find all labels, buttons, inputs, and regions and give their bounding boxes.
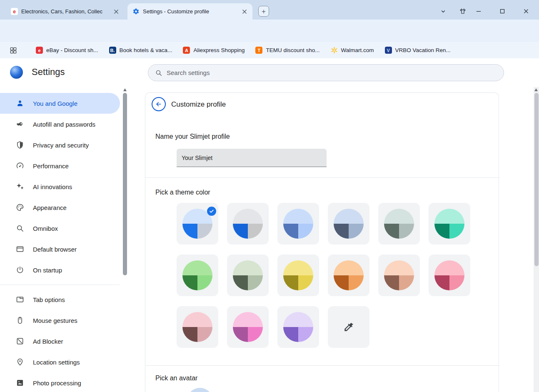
sidebar-item-mouse-gestures[interactable]: Mouse gestures [0, 310, 120, 331]
sidebar-item-ad-blocker[interactable]: Ad Blocker [0, 331, 120, 352]
page-scrollbar[interactable] [534, 87, 539, 392]
browser-window: e Electronics, Cars, Fashion, Collec Set… [0, 0, 539, 392]
bookmark-label: VRBO Vacation Ren... [395, 47, 451, 53]
new-tab-button[interactable]: + [258, 6, 269, 17]
theme-color-option-14[interactable] [227, 306, 269, 348]
sidebar-item-tab-options[interactable]: Tab options [0, 289, 120, 310]
tab-close-icon[interactable] [112, 8, 120, 15]
sidebar-item-label: Ad Blocker [33, 338, 63, 345]
bookmark-walmart-com[interactable]: Walmart.com [331, 47, 374, 54]
settings-search-box[interactable] [148, 64, 504, 81]
theme-color-option-3[interactable] [277, 203, 319, 245]
sidebar-item-label: Appearance [33, 204, 67, 211]
avatar-option[interactable] [187, 388, 213, 392]
key-icon [16, 120, 24, 128]
sidebar-scrollbar-thumb[interactable] [123, 93, 127, 275]
section-divider [145, 365, 499, 366]
aliexpress-icon: A [183, 47, 190, 54]
theme-color-option-2[interactable] [227, 203, 269, 245]
theme-color-swatch [283, 260, 313, 290]
ebay-icon: e [36, 47, 43, 54]
theme-color-option-9[interactable] [277, 255, 319, 296]
sidebar-item-performance[interactable]: Performance [0, 155, 120, 176]
theme-color-swatch [233, 312, 263, 342]
sidebar-item-label: Photo processing [33, 380, 81, 387]
sidebar-item-label: AI innovations [33, 183, 72, 190]
sidebar-item-default-browser[interactable]: Default browser [0, 239, 120, 260]
browser-icon [16, 245, 24, 253]
sidebar-item-omnibox[interactable]: Omnibox [0, 218, 120, 239]
person-icon [16, 99, 24, 107]
theme-color-option-15[interactable] [277, 306, 319, 348]
search-icon [16, 224, 24, 232]
minimize-button[interactable] [473, 6, 484, 17]
search-icon [155, 69, 162, 77]
bookmark-label: eBay - Discount sh... [46, 47, 98, 53]
sidebar-item-on-startup[interactable]: On startup [0, 260, 120, 280]
tab-search-chevron-icon[interactable] [438, 6, 449, 17]
scroll-up-arrow-icon[interactable] [123, 88, 127, 91]
profile-name-input[interactable] [177, 149, 327, 167]
mouse-icon [16, 316, 24, 325]
theme-color-label: Pick a theme color [155, 189, 210, 196]
sidebar-item-autofill-and-passwords[interactable]: Autofill and passwords [0, 114, 120, 135]
theme-color-option-11[interactable] [378, 255, 420, 296]
sidebar-item-location-settings[interactable]: Location settings [0, 352, 120, 372]
page-scrollbar-thumb[interactable] [534, 93, 539, 266]
skin-shirt-icon[interactable] [457, 6, 468, 17]
search-settings-input[interactable] [167, 69, 497, 76]
theme-color-option-7[interactable] [177, 255, 218, 296]
theme-color-swatch [384, 260, 414, 290]
bookmark-label: Book hotels & vaca... [120, 47, 172, 53]
card-title: Customize profile [171, 100, 226, 109]
back-circle-button[interactable] [152, 97, 166, 111]
scroll-up-arrow-icon[interactable] [534, 88, 538, 91]
power-icon [16, 266, 24, 274]
close-button[interactable] [521, 6, 532, 17]
sidebar-scrollbar[interactable] [123, 87, 127, 392]
theme-color-swatch [182, 312, 212, 342]
browser-toolbar: Slimjet slimjet://settings/manageProfile… [0, 20, 539, 42]
bookmark-vrbo-vacation-ren[interactable]: VVRBO Vacation Ren... [385, 47, 451, 54]
profile-name-label: Name your Slimjet profile [155, 133, 230, 140]
tab-title: Electronics, Cars, Fashion, Collec [21, 8, 109, 15]
bookmark-ebay-discount-sh[interactable]: eeBay - Discount sh... [36, 47, 98, 54]
bookmark-label: TEMU discount sho... [266, 47, 319, 53]
sidebar-item-label: Performance [33, 162, 69, 170]
theme-color-option-12[interactable] [429, 255, 470, 296]
custom-color-picker-button[interactable] [328, 306, 369, 348]
sidebar-item-photo-processing[interactable]: Photo processing [0, 372, 120, 392]
sidebar-item-label: Location settings [33, 359, 80, 366]
settings-sidebar: You and GoogleAutofill and passwordsPriv… [0, 87, 122, 392]
sidebar-item-privacy-and-security[interactable]: Privacy and security [0, 135, 120, 155]
theme-color-option-4[interactable] [328, 203, 369, 245]
bookmark-book-hotels-vaca[interactable]: B.Book hotels & vaca... [109, 47, 172, 54]
tab-ebay[interactable]: e Electronics, Cars, Fashion, Collec [6, 3, 124, 20]
tab-close-icon[interactable] [241, 8, 248, 15]
adblock-icon [16, 337, 24, 345]
theme-color-option-6[interactable] [429, 203, 470, 245]
sidebar-item-label: You and Google [33, 100, 77, 107]
theme-color-option-13[interactable] [177, 306, 218, 348]
theme-color-option-10[interactable] [328, 255, 369, 296]
tab-settings[interactable]: Settings - Customize profile [127, 3, 252, 20]
theme-color-option-1[interactable] [177, 203, 218, 245]
bookmark-aliexpress-shopping[interactable]: AAliexpress Shopping [183, 47, 245, 54]
vrbo-icon: V [385, 47, 392, 54]
apps-grid-icon[interactable] [9, 46, 17, 55]
speedometer-icon [16, 162, 24, 170]
shield-icon [16, 141, 24, 149]
sidebar-divider [0, 285, 120, 285]
theme-color-option-5[interactable] [378, 203, 420, 245]
bookmark-temu-discount-sho[interactable]: TTEMU discount sho... [255, 47, 319, 54]
bookmark-list: eeBay - Discount sh...B.Book hotels & va… [36, 47, 451, 54]
settings-header: Settings [0, 58, 539, 87]
sidebar-item-appearance[interactable]: Appearance [0, 197, 120, 218]
sidebar-item-ai-innovations[interactable]: AI innovations [0, 176, 120, 197]
theme-color-grid [177, 203, 470, 348]
sidebar-item-label: Omnibox [33, 225, 58, 232]
maximize-button[interactable] [497, 6, 508, 17]
sidebar-item-you-and-google[interactable]: You and Google [0, 93, 120, 114]
theme-color-option-8[interactable] [227, 255, 269, 296]
customize-profile-card: Customize profile Name your Slimjet prof… [145, 92, 499, 392]
